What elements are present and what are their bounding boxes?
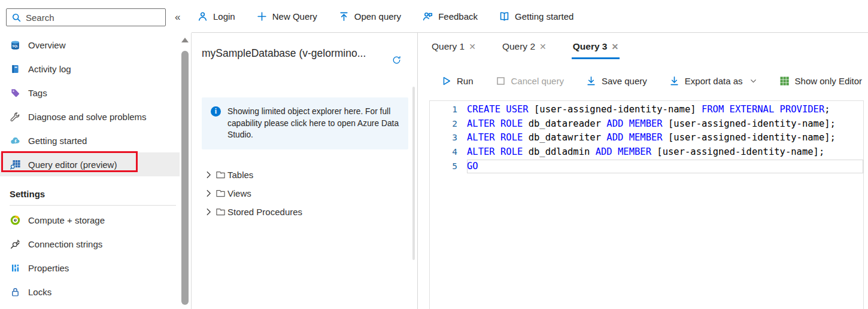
code-line: 5GO — [430, 160, 863, 174]
query-toolbar: RunCancel querySave queryExport data asS… — [441, 70, 862, 91]
person-icon — [198, 11, 208, 22]
azure-portal-query-editor: « LoginNew QueryOpen queryFeedbackGettin… — [0, 0, 868, 309]
search-input[interactable] — [26, 13, 151, 23]
sidebar-item-connection-strings[interactable]: Connection strings — [0, 232, 180, 256]
object-explorer-info[interactable]: i Showing limited object explorer here. … — [202, 97, 408, 149]
tree-item-stored-procedures[interactable]: Stored Procedures — [204, 203, 302, 221]
topbar-action-new-query[interactable]: New Query — [257, 11, 317, 22]
sidebar-item-label: Query editor (preview) — [28, 160, 117, 170]
sidebar-section-settings: Settings — [0, 187, 190, 201]
code-line: 3ALTER ROLE db_datawriter ADD MEMBER [us… — [430, 131, 863, 145]
sidebar-item-overview[interactable]: SQLOverview — [0, 33, 180, 57]
lock-icon — [10, 287, 20, 297]
object-explorer-scrollbar-thumb[interactable] — [412, 87, 415, 260]
sidebar-item-tags[interactable]: Tags — [0, 81, 180, 105]
sidebar-item-label: Properties — [28, 263, 69, 273]
download-icon — [669, 76, 679, 86]
sql-code-editor[interactable]: 1CREATE USER [user-assigned-identity-nam… — [429, 100, 864, 309]
query-toolbar-cancel-query[interactable]: Cancel query — [496, 76, 564, 86]
query-editor-icon — [10, 160, 20, 170]
sidebar-item-label: Overview — [28, 40, 66, 50]
query-toolbar-show-only-editor[interactable]: Show only Editor — [779, 76, 863, 86]
chevron-right-icon — [204, 170, 214, 180]
code-line: 1CREATE USER [user-assigned-identity-nam… — [430, 103, 863, 117]
sidebar-item-query-editor-preview[interactable]: Query editor (preview) — [0, 152, 180, 176]
search-icon — [11, 13, 22, 23]
query-toolbar-label: Cancel query — [511, 76, 564, 86]
scrollbar-up-arrow[interactable] — [181, 38, 189, 42]
close-icon[interactable]: ✕ — [469, 42, 476, 51]
tree-item-label: Views — [227, 188, 251, 198]
query-toolbar-export-data-as[interactable]: Export data as — [669, 76, 757, 86]
tree-item-views[interactable]: Views — [204, 184, 302, 203]
sql-database-icon: SQL — [10, 40, 20, 50]
folder-icon — [216, 170, 226, 180]
wrench-icon — [10, 112, 20, 122]
line-number: 5 — [430, 160, 457, 174]
sidebar-item-getting-started[interactable]: Getting started — [0, 129, 180, 152]
query-toolbar-label: Save query — [602, 76, 647, 86]
sidebar-item-label: Compute + storage — [28, 215, 105, 225]
code-text: GO — [467, 160, 863, 174]
refresh-icon[interactable] — [389, 53, 403, 67]
topbar-action-label: Feedback — [438, 11, 478, 22]
object-explorer-panel: mySampleDatabase (v-gelormino... i Showi… — [192, 33, 417, 309]
topbar-action-login[interactable]: Login — [198, 11, 235, 22]
feedback-icon — [423, 11, 433, 22]
plug-icon — [10, 239, 20, 249]
code-text: CREATE USER [user-assigned-identity-name… — [467, 103, 863, 117]
sidebar-scrollbar-thumb[interactable] — [181, 51, 189, 305]
topbar-action-open-query[interactable]: Open query — [339, 11, 401, 22]
sidebar-settings-menu: Compute + storageConnection stringsPrope… — [0, 208, 190, 304]
close-icon[interactable]: ✕ — [611, 42, 618, 51]
line-number: 1 — [430, 103, 457, 117]
line-number: 2 — [430, 117, 457, 131]
sidebar-item-locks[interactable]: Locks — [0, 280, 180, 304]
tag-icon — [10, 88, 20, 98]
folder-icon — [216, 188, 226, 198]
topbar-action-label: New Query — [272, 11, 317, 22]
info-icon: i — [211, 106, 221, 117]
tree-item-label: Stored Procedures — [227, 207, 302, 217]
sidebar: SQLOverviewActivity logTagsDiagnose and … — [0, 33, 190, 309]
cloud-icon — [10, 136, 20, 146]
tab-label: Query 2 — [502, 41, 535, 52]
code-text: ALTER ROLE db_datareader ADD MEMBER [use… — [467, 117, 863, 131]
query-toolbar-save-query[interactable]: Save query — [586, 76, 647, 86]
settings-divider — [10, 205, 176, 206]
search-input-wrap[interactable] — [6, 8, 166, 26]
tab-query-1[interactable]: Query 1✕ — [430, 36, 477, 57]
tab-query-2[interactable]: Query 2✕ — [501, 36, 548, 57]
tab-label: Query 3 — [573, 41, 608, 52]
sidebar-item-activity-log[interactable]: Activity log — [0, 57, 180, 81]
topbar-action-getting-started[interactable]: Getting started — [499, 11, 573, 22]
tab-label: Query 1 — [432, 41, 465, 52]
sidebar-item-label: Locks — [28, 287, 51, 297]
topbar-action-label: Getting started — [515, 11, 573, 22]
object-tree: TablesViewsStored Procedures — [204, 166, 302, 221]
sidebar-menu: SQLOverviewActivity logTagsDiagnose and … — [0, 33, 190, 176]
code-text: ALTER ROLE db_datawriter ADD MEMBER [use… — [467, 131, 863, 145]
line-number: 4 — [430, 145, 457, 160]
close-icon[interactable]: ✕ — [539, 42, 547, 51]
book-icon — [499, 11, 509, 22]
query-toolbar-run[interactable]: Run — [441, 76, 474, 86]
sidebar-item-compute-storage[interactable]: Compute + storage — [0, 208, 180, 232]
sidebar-item-diagnose-and-solve-problems[interactable]: Diagnose and solve problems — [0, 105, 180, 129]
collapse-sidebar-button[interactable]: « — [175, 11, 180, 23]
sidebar-item-label: Activity log — [28, 64, 71, 74]
sidebar-item-properties[interactable]: Properties — [0, 256, 180, 280]
plus-icon — [257, 11, 267, 22]
query-toolbar-label: Show only Editor — [795, 76, 863, 86]
gauge-icon — [10, 215, 20, 225]
code-text: ALTER ROLE db_ddladmin ADD MEMBER [user-… — [467, 145, 863, 160]
topbar-action-feedback[interactable]: Feedback — [423, 11, 478, 22]
svg-text:SQL: SQL — [12, 45, 18, 48]
database-title: mySampleDatabase (v-gelormino... — [202, 47, 387, 60]
tree-item-tables[interactable]: Tables — [204, 166, 302, 184]
code-line: 2ALTER ROLE db_datareader ADD MEMBER [us… — [430, 117, 863, 131]
code-line: 4ALTER ROLE db_ddladmin ADD MEMBER [user… — [430, 145, 863, 160]
tree-item-label: Tables — [227, 170, 253, 180]
query-tabs: Query 1✕Query 2✕Query 3✕ — [430, 36, 644, 59]
tab-query-3[interactable]: Query 3✕ — [572, 36, 620, 59]
